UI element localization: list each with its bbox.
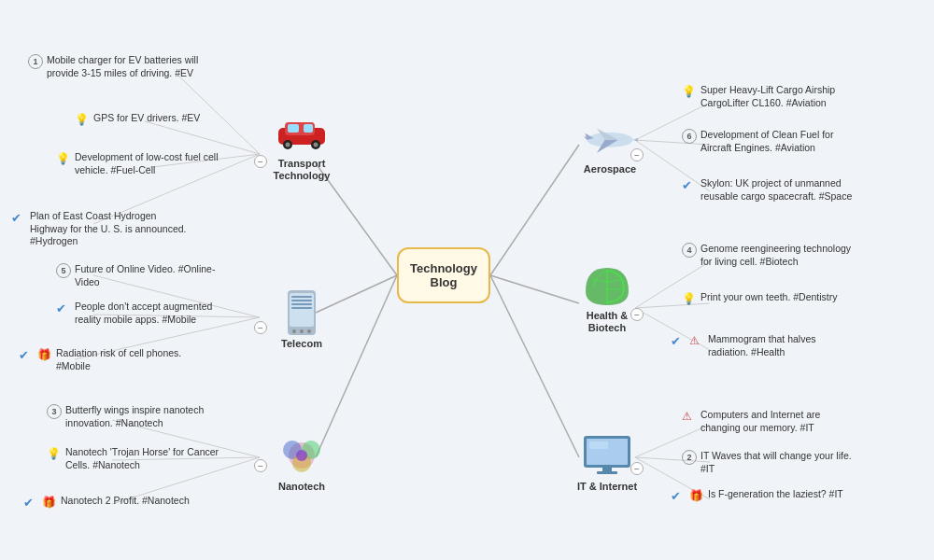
badge-h1: 4: [682, 243, 697, 258]
aerospace-leaf-3: ✔ Skylon: UK project of unmanned reusabl…: [682, 177, 859, 203]
bulb-icon-n2: 💡: [47, 447, 62, 462]
it-leaf-1-text: Computers and Internet are changing our …: [700, 409, 859, 434]
telecom-minus[interactable]: −: [254, 321, 267, 334]
nanotech-leaf-1: 3 Butterfly wings inspire nanotech innov…: [47, 404, 224, 429]
it-leaf-3-text: Is F-generation the laziest? #IT: [708, 488, 843, 501]
health-node: Health &Biotech: [565, 259, 649, 334]
check-icon-a3: ✔: [682, 178, 697, 193]
svg-point-30: [286, 142, 290, 147]
nanotech-leaf-1-text: Butterfly wings inspire nanotech innovat…: [65, 404, 224, 429]
aerospace-leaf-2: 6 Development of Clean Fuel for Aircraft…: [682, 129, 859, 154]
svg-point-46: [296, 450, 307, 461]
telecom-node: Telecom: [260, 275, 344, 350]
health-minus[interactable]: −: [630, 308, 644, 321]
it-leaf-3: ✔ 🎁 Is F-generation the laziest? #IT: [671, 488, 843, 504]
transport-leaf-4-text: Plan of East Coast Hydrogen Highway for …: [30, 210, 189, 248]
bulb-icon-a1: 💡: [682, 85, 697, 100]
transport-leaf-1-text: Mobile charger for EV batteries will pro…: [47, 54, 205, 79]
aerospace-label: Aerospace: [584, 163, 636, 175]
health-leaf-1: 4 Genome reengineering technology for li…: [682, 243, 859, 268]
svg-point-39: [292, 329, 296, 333]
svg-rect-36: [291, 300, 312, 301]
bulb-icon-t2: 💡: [75, 113, 90, 128]
telecom-leaf-1-text: Future of Online Video. #Online-Video: [75, 263, 234, 288]
svg-rect-27: [288, 124, 299, 133]
svg-point-32: [314, 142, 318, 147]
telecom-leaf-2-text: People don't accept augmented reality mo…: [75, 301, 234, 326]
transport-leaf-2-text: GPS for EV drivers. #EV: [93, 112, 200, 125]
badge-i2: 2: [682, 450, 697, 465]
transport-leaf-4: ✔ Plan of East Coast Hydrogen Highway fo…: [11, 210, 189, 248]
gift-icon-n3: 🎁: [42, 496, 57, 511]
gift-icon-tel3: 🎁: [37, 348, 52, 363]
center-node: Technology Blog: [397, 247, 490, 303]
svg-rect-38: [291, 307, 312, 309]
gift-icon-i3: 🎁: [689, 489, 704, 504]
nanotech-leaf-2: 💡 Nanotech 'Trojan Horse' for Cancer Cel…: [47, 446, 224, 471]
aerospace-node: Aerospace: [568, 101, 652, 175]
badge-t1: 1: [28, 54, 43, 69]
check-icon-tel2: ✔: [56, 301, 71, 316]
check-icon-n3: ✔: [23, 496, 38, 511]
aerospace-leaf-2-text: Development of Clean Fuel for Aircraft E…: [700, 129, 859, 154]
transport-label: TransportTechnology: [274, 158, 331, 182]
aerospace-icon: [582, 115, 638, 161]
nanotech-node: Nanotech: [260, 418, 344, 493]
it-node: IT & Internet: [565, 418, 649, 493]
telecom-label: Telecom: [281, 338, 322, 350]
transport-leaf-3: 💡 Development of low-cost fuel cell vehi…: [56, 151, 234, 176]
check-icon-t4: ✔: [11, 211, 26, 226]
health-icon: [579, 261, 635, 308]
telecom-icon: [274, 289, 330, 336]
aerospace-leaf-3-text: Skylon: UK project of unmanned reusable …: [700, 177, 859, 203]
nanotech-label: Nanotech: [278, 481, 325, 493]
svg-line-3: [490, 145, 579, 275]
center-label: Technology Blog: [399, 261, 488, 289]
bulb-icon-t3: 💡: [56, 152, 71, 167]
nanotech-leaf-2-text: Nanotech 'Trojan Horse' for Cancer Cells…: [65, 446, 224, 471]
svg-rect-35: [291, 296, 312, 298]
it-minus[interactable]: −: [630, 462, 644, 475]
health-leaf-2: 💡 Print your own teeth. #Dentistry: [682, 291, 837, 307]
nanotech-leaf-3: ✔ 🎁 Nanotech 2 Profit. #Nanotech: [23, 495, 190, 511]
aerospace-minus[interactable]: −: [630, 148, 644, 161]
telecom-leaf-3: ✔ 🎁 Radiation risk of cell phones. #Mobi…: [19, 347, 196, 372]
telecom-leaf-3-text: Radiation risk of cell phones. #Mobile: [56, 347, 196, 372]
svg-point-41: [307, 329, 311, 333]
health-leaf-1-text: Genome reengineering technology for livi…: [700, 243, 859, 268]
telecom-leaf-2: ✔ People don't accept augmented reality …: [56, 301, 234, 326]
badge-tel1: 5: [56, 263, 71, 278]
badge-n1: 3: [47, 404, 62, 419]
it-leaf-2: 2 IT Waves that will change your life. #…: [682, 450, 859, 475]
check-icon-h3: ✔: [671, 334, 686, 349]
svg-rect-60: [597, 471, 617, 474]
svg-point-40: [300, 329, 304, 333]
it-label: IT & Internet: [577, 481, 637, 493]
transport-leaf-1: 1 Mobile charger for EV batteries will p…: [28, 54, 205, 79]
it-leaf-2-text: IT Waves that will change your life. #IT: [700, 450, 859, 475]
telecom-leaf-1: 5 Future of Online Video. #Online-Video: [56, 263, 234, 288]
health-leaf-3-text: Mammogram that halves radiation. #Health: [708, 333, 848, 358]
aerospace-leaf-1-text: Super Heavy-Lift Cargo Airship CargoLift…: [700, 84, 859, 109]
health-leaf-3: ✔ ⚠ Mammogram that halves radiation. #He…: [671, 333, 848, 358]
nanotech-leaf-3-text: Nanotech 2 Profit. #Nanotech: [61, 495, 190, 508]
health-label: Health &Biotech: [587, 310, 629, 334]
check-icon-i3: ✔: [671, 489, 686, 504]
bulb-icon-h2: 💡: [682, 292, 697, 307]
svg-marker-48: [633, 138, 638, 142]
badge-a2: 6: [682, 129, 697, 144]
it-leaf-1: ⚠ Computers and Internet are changing ou…: [682, 409, 859, 434]
svg-rect-37: [291, 303, 312, 305]
transport-leaf-3-text: Development of low-cost fuel cell vehicl…: [75, 151, 234, 176]
svg-rect-28: [304, 124, 313, 133]
transport-node: TransportTechnology: [260, 107, 344, 182]
transport-minus[interactable]: −: [254, 155, 267, 168]
transport-icon: [274, 109, 330, 156]
check-icon-tel3: ✔: [19, 348, 34, 363]
aerospace-leaf-1: 💡 Super Heavy-Lift Cargo Airship CargoLi…: [682, 84, 859, 109]
warn-icon-i1: ⚠: [682, 410, 697, 425]
transport-leaf-2: 💡 GPS for EV drivers. #EV: [75, 112, 200, 128]
nanotech-minus[interactable]: −: [254, 459, 267, 472]
warn-icon-h3: ⚠: [689, 334, 704, 349]
it-icon: [579, 432, 635, 479]
